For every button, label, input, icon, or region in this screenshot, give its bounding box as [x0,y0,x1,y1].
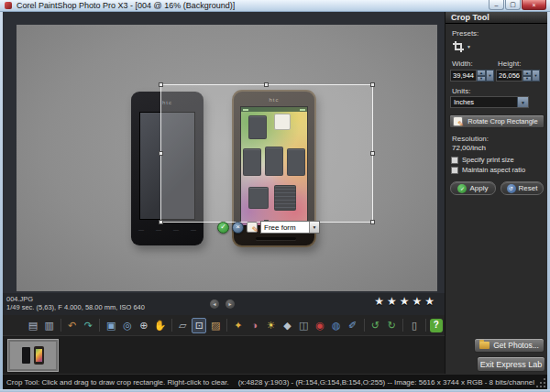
rotate-button-label: Rotate Crop Rectangle [466,117,544,125]
close-button[interactable]: × [522,0,546,10]
rotate-left-icon[interactable]: ↺ [368,318,383,333]
previous-photo-button[interactable]: ◄ [210,299,219,309]
get-photos-label: Get Photos... [493,341,539,350]
width-spin-down[interactable]: ▼ [477,76,486,82]
redo-icon[interactable]: ↷ [81,318,95,333]
height-spin-down[interactable]: ▼ [522,76,532,82]
left-phone-keys: ———— [138,227,196,233]
window-title: Corel PaintShop Photo Pro X3 - [004 @ 16… [16,1,235,10]
exit-label: Exit Express Lab [480,360,543,369]
photo-nav: ◄ ► [210,299,235,309]
thumbnail-image [10,342,56,369]
chevron-down-icon[interactable]: ▼ [309,222,319,233]
crop-tool-panel: Crop Tool Presets: ▼ Width: Height: 39,9… [445,12,547,374]
star-icon[interactable]: ★ [374,295,387,308]
crop-rectangle[interactable] [160,84,373,223]
color-balance-icon[interactable]: ✦ [231,318,246,333]
status-hint: Crop Tool: Click and drag to draw crop r… [6,378,229,387]
resolution-label: Resolution: [452,135,489,143]
thumbnail-strip [3,335,445,374]
right-phone-speaker [256,237,296,240]
save-icon[interactable]: ▤ [26,318,40,333]
maximize-button[interactable]: ▢ [505,0,521,10]
thumb-left-phone [22,347,30,364]
clear-crop-button[interactable]: × [232,222,244,234]
crop-floating-toolbar: ✓ × ✎ Free form ▼ [217,221,320,234]
next-photo-button[interactable]: ► [226,299,235,309]
smart-fix-icon[interactable]: ▨ [208,318,223,333]
apply-button[interactable]: ✓ Apply [450,181,496,195]
star-icon[interactable]: ★ [412,295,424,308]
save-as-icon[interactable]: ▥ [42,318,57,333]
photo-info-bar: 004.JPG 1/49 sec. (5,63), F 4.000, 58.00… [3,293,445,315]
units-label: Units: [452,87,470,95]
maintain-aspect-checkbox[interactable] [451,167,458,174]
crop-presets-button[interactable]: ▼ [452,39,471,51]
star-icon[interactable]: ★ [387,295,400,308]
crop-handle[interactable] [370,220,375,224]
crop-preset-dropdown[interactable]: Free form ▼ [260,221,320,234]
fit-window-icon[interactable]: ◎ [120,318,135,333]
help-icon[interactable]: ? [430,319,443,332]
red-eye-icon[interactable]: ◉ [313,318,327,333]
maintain-aspect-row: Maintain aspect ratio [451,166,525,174]
exit-express-lab-button[interactable]: Exit Express Lab [477,356,545,372]
chevron-down-icon: ▼ [517,97,528,107]
units-dropdown[interactable]: Inches ▼ [450,96,529,108]
toolbar-separator [425,319,426,332]
zoom-icon[interactable]: ⊕ [137,318,151,333]
crop-handle[interactable] [370,82,375,87]
makeover-brush-icon[interactable]: ✐ [346,318,360,333]
sharpen-icon[interactable]: ◆ [280,318,294,333]
resolution-value: 72,00/inch [452,144,486,152]
crop-handle[interactable] [159,220,163,224]
straighten-icon[interactable]: ▱ [175,318,190,333]
fill-light-icon[interactable]: ☀ [264,318,279,333]
maintain-aspect-label: Maintain aspect ratio [462,166,525,174]
delete-icon[interactable]: ▯ [407,318,422,333]
pan-hand-icon[interactable]: ✋ [153,318,168,333]
thumb-right-phone [34,346,44,365]
check-icon: ✓ [457,184,467,193]
specify-print-size-checkbox[interactable] [451,157,458,164]
crop-handle[interactable] [370,151,375,156]
star-icon[interactable]: ★ [400,295,412,308]
crop-handle[interactable] [159,151,163,156]
tone-mapping-icon[interactable]: ◫ [296,318,311,333]
caption-buttons: – ▢ × [488,0,546,10]
width-label: Width: [452,60,473,68]
thumbnail-selected[interactable] [7,339,59,372]
reset-button[interactable]: ↺ Reset [500,181,544,195]
width-field: 39,944 ▲ ▼ ▼ [450,70,494,82]
toolbar-separator [60,319,61,332]
width-input[interactable]: 39,944 [450,70,477,82]
resize-grip[interactable] [544,386,545,387]
crop-icon [452,39,464,51]
image-canvas[interactable]: htc ———— htc [3,12,445,293]
star-rating: ★★★★★ [374,295,437,308]
depth-icon[interactable]: ◍ [329,318,344,333]
crop-handle[interactable] [159,82,163,87]
rotate-crop-icon[interactable]: ✎ [247,222,258,233]
width-slider-button[interactable]: ▼ [486,70,494,82]
rotate-right-icon[interactable]: ↻ [384,318,399,333]
panel-title: Crop Tool [446,12,547,24]
crop-preset-value: Free form [261,222,309,233]
crop-icon[interactable]: ⊡ [192,318,206,333]
makeover-icon[interactable]: ◑ [248,318,262,333]
toolbar-separator [402,319,403,332]
crop-handle[interactable] [264,82,269,87]
get-photos-button[interactable]: Get Photos... [474,338,544,353]
minimize-button[interactable]: – [489,0,504,10]
star-icon[interactable]: ★ [424,295,437,308]
rotate-crop-rectangle-button[interactable]: ✎ Rotate Crop Rectangle [449,114,544,128]
apply-crop-button[interactable]: ✓ [217,222,229,234]
height-input[interactable]: 26,056 [496,70,522,82]
specify-print-size-row: Specify print size [451,156,514,164]
toolbar-separator [226,319,227,332]
actual-size-icon[interactable]: ▣ [104,318,118,333]
height-slider-button[interactable]: ▼ [532,70,540,82]
rotate-page-icon: ✎ [453,116,463,126]
toolbar: ▤▥↶↷▣◎⊕✋▱⊡▨✦◑☀◆◫◉◍✐↺↻▯? [3,315,445,335]
undo-icon[interactable]: ↶ [65,318,80,333]
